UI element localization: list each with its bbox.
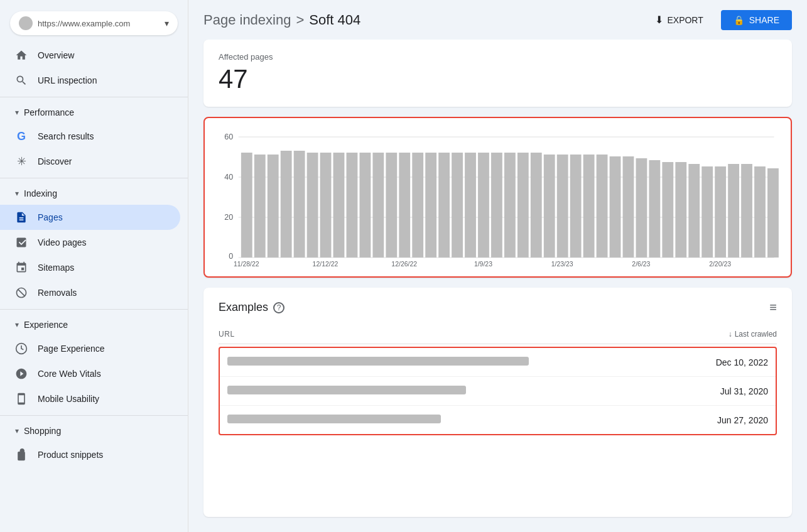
- share-button[interactable]: 🔒 SHARE: [721, 10, 792, 30]
- svg-rect-30: [517, 153, 529, 258]
- pages-icon: [15, 211, 28, 224]
- nav-divider: [0, 178, 188, 178]
- bar-chart: 60 40 20 0: [215, 128, 781, 266]
- svg-text:2/6/23: 2/6/23: [632, 261, 650, 266]
- svg-rect-32: [544, 155, 555, 258]
- svg-rect-41: [662, 162, 673, 258]
- sidebar-item-discover[interactable]: ✳ Discover: [0, 149, 180, 174]
- removals-icon: [15, 286, 28, 299]
- core-web-vitals-icon: [15, 367, 28, 380]
- page-title: Soft 404: [309, 12, 360, 28]
- svg-rect-47: [741, 164, 752, 258]
- collapse-icon: ▾: [15, 426, 19, 435]
- svg-text:1/23/23: 1/23/23: [551, 261, 573, 266]
- sidebar: https://www.example.com ▾ Overview URL i…: [0, 0, 188, 532]
- content-area: Affected pages 47 60 40 20 0: [188, 40, 807, 532]
- sidebar-item-label: URL inspection: [38, 75, 97, 85]
- svg-rect-25: [452, 153, 463, 258]
- export-button[interactable]: ⬇ EXPORT: [645, 9, 713, 31]
- sidebar-item-mobile-usability[interactable]: Mobile Usability: [0, 386, 180, 411]
- sidebar-item-sitemaps[interactable]: Sitemaps: [0, 255, 180, 280]
- chart-container: 60 40 20 0: [215, 128, 781, 266]
- product-snippets-icon: [15, 448, 28, 461]
- sidebar-item-removals[interactable]: Removals: [0, 280, 180, 305]
- sidebar-item-video-pages[interactable]: Video pages: [0, 230, 180, 255]
- chart-card: 60 40 20 0: [203, 117, 792, 278]
- site-selector[interactable]: https://www.example.com ▾: [10, 11, 178, 35]
- nav-divider: [0, 415, 188, 416]
- svg-rect-46: [728, 164, 739, 258]
- svg-rect-14: [307, 153, 318, 258]
- examples-title: Examples: [219, 301, 268, 314]
- svg-text:2/20/23: 2/20/23: [709, 261, 731, 266]
- collapse-icon: ▾: [15, 189, 19, 198]
- svg-rect-31: [531, 153, 542, 258]
- chevron-down-icon: ▾: [165, 18, 169, 28]
- svg-text:0: 0: [229, 252, 233, 261]
- affected-pages-count: 47: [219, 64, 777, 94]
- sidebar-item-label: Search results: [38, 131, 94, 141]
- svg-rect-11: [268, 155, 279, 258]
- sidebar-item-search-results[interactable]: G Search results: [0, 124, 180, 149]
- sidebar-item-core-web-vitals[interactable]: Core Web Vitals: [0, 361, 180, 386]
- sidebar-item-pages[interactable]: Pages: [0, 205, 180, 230]
- site-selector-area[interactable]: https://www.example.com ▾: [0, 6, 188, 43]
- section-label: Performance: [24, 107, 74, 117]
- table-row[interactable]: Jun 27, 2020: [220, 406, 776, 434]
- svg-rect-38: [623, 156, 634, 258]
- svg-rect-19: [372, 153, 384, 258]
- examples-card: Examples ? ≡ URL ↓ Last crawled Dec 10, …: [203, 288, 792, 517]
- section-label: Experience: [24, 320, 68, 330]
- svg-rect-37: [610, 156, 621, 258]
- examples-header: Examples ? ≡: [219, 300, 777, 315]
- sidebar-item-label: Video pages: [38, 237, 87, 247]
- svg-rect-20: [386, 153, 397, 258]
- home-icon: [15, 49, 28, 62]
- svg-rect-12: [281, 151, 292, 258]
- sidebar-item-label: Overview: [38, 50, 74, 60]
- sidebar-item-product-snippets[interactable]: Product snippets: [0, 442, 180, 467]
- svg-rect-10: [254, 155, 266, 258]
- table-row[interactable]: Jul 31, 2020: [220, 377, 776, 406]
- breadcrumb-parent[interactable]: Page indexing: [203, 12, 291, 28]
- svg-rect-48: [754, 166, 766, 258]
- sidebar-item-url-inspection[interactable]: URL inspection: [0, 68, 180, 93]
- svg-rect-35: [583, 155, 595, 258]
- svg-rect-18: [359, 153, 371, 258]
- breadcrumb-separator: >: [296, 12, 304, 28]
- svg-rect-45: [715, 166, 726, 258]
- svg-rect-15: [320, 153, 332, 258]
- google-icon: G: [15, 130, 28, 143]
- nav-divider: [0, 97, 188, 97]
- table-row[interactable]: Dec 10, 2022: [220, 348, 776, 377]
- breadcrumb: Page indexing > Soft 404: [203, 12, 640, 28]
- indexing-section-header[interactable]: ▾ Indexing: [0, 182, 188, 205]
- collapse-icon: ▾: [15, 320, 19, 329]
- svg-rect-36: [597, 155, 608, 258]
- svg-rect-17: [347, 153, 358, 258]
- sidebar-item-page-experience[interactable]: Page Experience: [0, 336, 180, 361]
- sidebar-item-overview[interactable]: Overview: [0, 43, 180, 68]
- filter-icon[interactable]: ≡: [769, 300, 777, 315]
- row-date: Jul 31, 2020: [720, 386, 768, 396]
- experience-section-header[interactable]: ▾ Experience: [0, 313, 188, 336]
- blurred-url: [227, 357, 529, 366]
- blurred-url: [227, 415, 441, 423]
- shopping-section-header[interactable]: ▾ Shopping: [0, 420, 188, 442]
- svg-text:20: 20: [224, 213, 233, 222]
- page-experience-icon: [15, 342, 28, 355]
- svg-rect-40: [649, 160, 660, 258]
- row-date: Dec 10, 2022: [716, 357, 768, 367]
- svg-rect-22: [412, 153, 423, 258]
- sort-icon: ↓: [728, 330, 732, 339]
- row-url: [227, 357, 703, 367]
- table-header: URL ↓ Last crawled: [219, 325, 777, 344]
- site-url: https://www.example.com: [38, 19, 160, 28]
- video-pages-icon: [15, 236, 28, 249]
- asterisk-icon: ✳: [15, 155, 28, 168]
- help-icon[interactable]: ?: [273, 302, 284, 313]
- performance-section-header[interactable]: ▾ Performance: [0, 101, 188, 124]
- svg-rect-9: [241, 153, 252, 258]
- blurred-url: [227, 386, 466, 394]
- svg-rect-24: [438, 153, 450, 258]
